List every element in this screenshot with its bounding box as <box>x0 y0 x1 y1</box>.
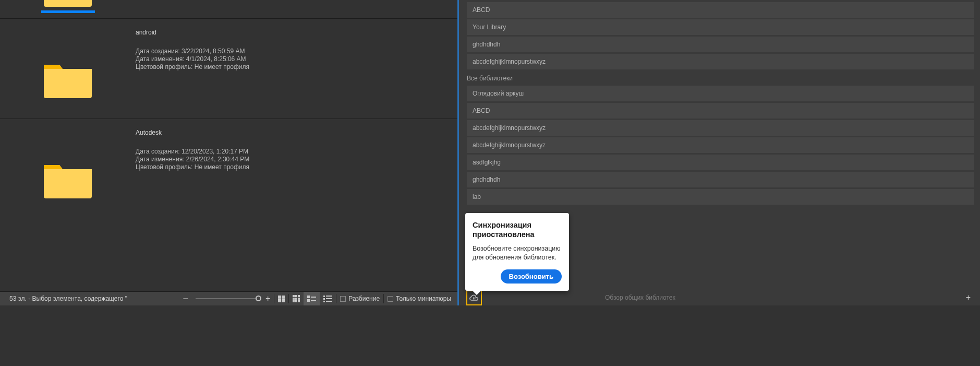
library-item[interactable]: ABCD <box>467 2 974 18</box>
folder-item[interactable] <box>0 0 457 18</box>
library-item[interactable]: Your Library <box>467 19 974 35</box>
content-area: android Дата создания: 3/22/2024, 8:50:5… <box>0 0 457 291</box>
folder-item[interactable]: Autodesk Дата создания: 12/20/2023, 1:20… <box>0 119 457 219</box>
checkbox-icon <box>340 296 346 302</box>
thumbs-only-toggle[interactable]: Только миниатюры <box>384 292 457 305</box>
selection-bar <box>41 10 95 13</box>
breakup-label: Разбиение <box>348 295 380 302</box>
tooltip-title: Синхронизация приостановлена <box>473 220 562 239</box>
libraries-status-bar: Обзор общих библиотек + <box>457 290 980 305</box>
library-item[interactable]: ABCD <box>467 103 974 119</box>
grid-lock-icon <box>278 296 285 302</box>
library-item[interactable]: Оглядовий аркуш <box>467 86 974 101</box>
folder-meta: android Дата создания: 3/22/2024, 8:50:5… <box>136 25 249 101</box>
tooltip-body: Возобновите синхронизацию для обновления… <box>473 244 562 262</box>
library-item[interactable]: abcdefghijklmnopurstwxyz <box>467 54 974 69</box>
grid-icon <box>293 295 300 302</box>
status-bar: 53 эл. - Выбор элемента, содержащего " −… <box>0 291 457 305</box>
library-item[interactable]: abcdefghijklmnopurstwxyz <box>467 120 974 136</box>
add-library-button[interactable]: + <box>966 293 971 302</box>
library-item[interactable]: ghdhdhdh <box>467 172 974 187</box>
shared-libraries-link[interactable]: Обзор общих библиотек <box>605 294 675 301</box>
folder-name: Autodesk <box>136 129 249 136</box>
checkbox-icon <box>388 296 393 302</box>
zoom-out-button[interactable]: − <box>179 292 192 305</box>
library-item[interactable]: ghdhdhdh <box>467 37 974 52</box>
svg-rect-0 <box>473 297 474 299</box>
library-item[interactable]: abcdefghijklmnopurstwxyz <box>467 137 974 153</box>
folder-icon <box>41 158 94 199</box>
cloud-paused-icon <box>469 294 479 302</box>
resume-sync-button[interactable]: Возобновить <box>501 269 562 284</box>
folder-thumb <box>0 0 136 13</box>
folder-name: android <box>136 29 249 36</box>
view-lock-button[interactable] <box>274 292 288 305</box>
view-grid-button[interactable] <box>289 292 304 305</box>
zoom-in-button[interactable]: + <box>262 292 274 305</box>
details-icon <box>307 296 316 302</box>
thumbs-only-label: Только миниатюры <box>396 295 451 302</box>
folder-thumb <box>0 125 136 201</box>
zoom-slider[interactable] <box>192 292 262 305</box>
folder-icon <box>41 57 94 99</box>
breakup-toggle[interactable]: Разбиение <box>336 292 383 305</box>
folder-item[interactable]: android Дата создания: 3/22/2024, 8:50:5… <box>0 18 457 119</box>
library-item[interactable]: asdfglkjhg <box>467 155 974 170</box>
libraries-section-header: Все библиотеки <box>467 71 974 86</box>
status-text: 53 эл. - Выбор элемента, содержащего " <box>9 295 127 302</box>
library-item[interactable]: lab <box>467 189 974 205</box>
view-list-button[interactable] <box>320 292 336 305</box>
folder-meta: Autodesk Дата создания: 12/20/2023, 1:20… <box>136 125 249 201</box>
folder-thumb <box>0 25 136 101</box>
list-icon <box>323 296 332 302</box>
sync-paused-tooltip: Синхронизация приостановлена Возобновите… <box>465 213 569 291</box>
svg-rect-1 <box>475 297 475 299</box>
folder-icon <box>41 0 94 8</box>
view-details-button[interactable] <box>304 292 320 305</box>
